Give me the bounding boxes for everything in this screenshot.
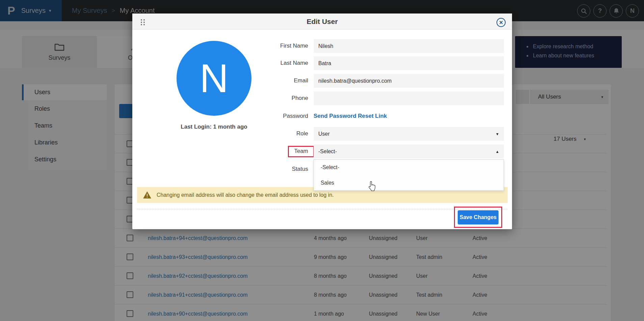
team-dropdown-menu: -Select- Sales [314,159,504,191]
last-login-text: Last Login: 1 month ago [153,124,275,130]
role-select[interactable]: User ▼ [314,127,504,141]
modal-header: Edit User ✕ [132,14,512,30]
last-name-field[interactable]: Batra [314,56,504,70]
chevron-down-icon: ▼ [495,132,499,136]
warning-triangle-icon [143,191,152,199]
save-changes-button[interactable]: Save Changes [458,210,499,224]
last-name-label: Last Name [247,60,308,66]
email-field[interactable]: nilesh.batra@questionpro.com [314,74,504,88]
modal-title: Edit User [132,14,512,30]
send-password-reset-link[interactable]: Send Password Reset Link [314,113,387,119]
footer-divider [137,209,508,209]
warning-text: Changing email address will also change … [157,192,334,198]
first-name-label: First Name [247,43,308,49]
chevron-up-icon: ▲ [495,150,499,154]
email-label: Email [247,77,308,84]
password-label: Password [247,113,308,119]
user-avatar: N [177,41,251,116]
team-option-select[interactable]: -Select- [314,160,504,175]
phone-label: Phone [247,95,308,102]
edit-user-modal: Edit User ✕ N Last Login: 1 month ago Fi… [132,14,512,229]
team-select[interactable]: -Select- ▲ [314,144,504,158]
mouse-cursor-hand [368,181,377,192]
phone-field[interactable] [314,91,504,105]
status-label: Status [247,166,308,172]
first-name-field[interactable]: Nilesh [314,39,504,53]
close-icon[interactable]: ✕ [497,18,506,27]
team-option-sales[interactable]: Sales [314,175,504,191]
annotation-box-team [288,146,314,157]
role-label: Role [247,130,308,137]
